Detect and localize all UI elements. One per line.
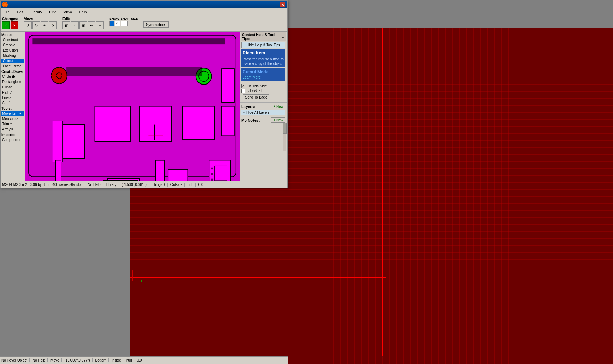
mode-face-editor[interactable]: Face Editor: [1, 64, 24, 68]
zoom-in-button[interactable]: ↻: [32, 21, 40, 29]
menu-bar: File Edit Library Grid View Help: [1, 8, 287, 15]
tool-ellipse[interactable]: Ellipse: [1, 85, 24, 89]
place-item-description: Press the mouse button to place a copy o…: [243, 57, 284, 66]
is-locked-row: Is Locked: [241, 89, 285, 93]
menu-file[interactable]: File: [2, 9, 11, 15]
scroll-up-icon[interactable]: ▲: [281, 35, 285, 39]
app-icon: T: [2, 2, 8, 7]
svg-rect-8: [32, 38, 225, 44]
symmetries-spacer: [143, 17, 169, 21]
view-section: View: ↺ ↻ + ⟳: [24, 17, 57, 29]
mode-masking[interactable]: Masking: [1, 53, 24, 58]
changes-label: Changes:: [2, 17, 18, 21]
confirm-button[interactable]: ✓: [2, 21, 10, 29]
new-note-button[interactable]: + New: [271, 117, 285, 123]
tool-measure[interactable]: Measure ╱: [1, 116, 24, 121]
bottom-mode: Move: [50, 358, 61, 362]
scrollbar-thumb[interactable]: [283, 123, 287, 134]
tools-section-title: Tools:: [1, 107, 24, 110]
zoom-out-button[interactable]: ↺: [24, 21, 32, 29]
canvas-area[interactable]: [25, 32, 240, 181]
layers-header: Layers: + New: [241, 103, 286, 109]
symmetries-button[interactable]: Symmetries: [143, 21, 169, 28]
cutout-mode-section: Cutout Mode Learn More: [241, 68, 285, 81]
tool-trim[interactable]: Trim ✂: [1, 122, 24, 126]
mode-cutout[interactable]: Cutout: [1, 59, 24, 63]
view-buttons: ↺ ↻ + ⟳: [24, 21, 57, 29]
path-icon: ╱: [10, 91, 12, 94]
scrollbar-right[interactable]: [283, 123, 286, 151]
edit-btn3[interactable]: ▣: [79, 21, 87, 29]
send-to-back-button[interactable]: Send To Back: [243, 94, 269, 100]
tool-circle[interactable]: Circle: [1, 74, 24, 79]
menu-library[interactable]: Library: [29, 9, 44, 15]
grid-snap-checkbox[interactable]: ✓: [115, 21, 120, 26]
layers-section: Layers: + New ▼ Hide All Layers: [240, 103, 287, 116]
cancel-button[interactable]: ✕: [11, 21, 18, 29]
fit-button[interactable]: +: [41, 21, 48, 29]
bottom-value: 0.0: [137, 358, 142, 362]
hide-tool-tips-button[interactable]: Hide Help & Tool Tips: [241, 42, 285, 48]
redo-button[interactable]: ↪: [96, 21, 104, 29]
title-bar-left: T: [2, 2, 9, 7]
close-button[interactable]: ✕: [280, 2, 285, 7]
tool-array[interactable]: Array ⊞: [1, 127, 24, 132]
layers-title: Layers:: [241, 105, 255, 109]
notes-header: My Notes: + New: [241, 117, 286, 123]
tool-move-item[interactable]: Move Item ⊕: [1, 111, 24, 116]
imports-section-title: Imports:: [1, 133, 24, 137]
tool-path[interactable]: Path ╱: [1, 90, 24, 95]
tool-line[interactable]: Line ╱: [1, 95, 24, 100]
arc-icon: ⌒: [8, 101, 11, 105]
title-bar: T ✕: [1, 1, 287, 8]
import-component[interactable]: Component: [1, 137, 24, 142]
axis-arrows: [130, 269, 144, 283]
changes-section: Changes: ✓ ✕: [2, 17, 18, 29]
menu-grid[interactable]: Grid: [48, 9, 58, 15]
new-layer-button[interactable]: + New: [271, 104, 285, 109]
tool-rectangle[interactable]: Rectangle ▭: [1, 80, 24, 84]
grid-size-label: SIZE: [131, 17, 138, 20]
on-this-side-label: On This Side: [247, 84, 267, 88]
notes-title: My Notes:: [241, 118, 260, 122]
bottom-null: null: [126, 358, 134, 362]
menu-edit[interactable]: Edit: [15, 9, 25, 15]
hide-all-layers-label: Hide All Layers: [246, 110, 270, 114]
mode-exclusion[interactable]: Exclusion: [1, 48, 24, 53]
svg-rect-37: [211, 168, 213, 169]
learn-more-link[interactable]: Learn More: [243, 75, 261, 79]
refresh-button[interactable]: ⟳: [49, 21, 57, 29]
status-help: No Help: [88, 183, 103, 187]
grid-size-input[interactable]: [121, 21, 128, 26]
checkboxes-area: ✓ On This Side Is Locked Send To Back: [240, 82, 287, 103]
mode-graphic[interactable]: Graphic: [1, 43, 24, 47]
grid-show-checkbox[interactable]: [109, 21, 114, 26]
app-window: T ✕ File Edit Library Grid View Help Cha…: [0, 0, 288, 188]
svg-rect-25: [52, 121, 63, 162]
menu-view[interactable]: View: [62, 9, 73, 15]
left-sidebar: Mode: Construct Graphic Exclusion Maskin…: [1, 32, 25, 181]
tool-arc[interactable]: Arc ⌒: [1, 101, 24, 105]
circle-dot-icon: [12, 75, 15, 78]
status-thing2d: Thing2D: [152, 183, 168, 187]
line-icon: ╱: [9, 96, 11, 99]
status-bar: MSO4-M2-3 m2 - 3.96 by 3 mm 400 series S…: [1, 181, 287, 188]
on-this-side-checkbox[interactable]: ✓: [241, 84, 245, 88]
svg-rect-35: [215, 166, 227, 181]
edit-btn1[interactable]: ◧: [62, 21, 70, 29]
is-locked-checkbox[interactable]: [241, 89, 245, 93]
svg-rect-33: [168, 169, 188, 181]
bottom-coords: (10.000°,9.877°): [65, 358, 93, 362]
mode-construct[interactable]: Construct: [1, 38, 24, 42]
undo-button[interactable]: ↩: [88, 21, 95, 29]
menu-help[interactable]: Help: [78, 9, 88, 15]
status-library: Library: [106, 183, 119, 187]
hide-all-layers-button[interactable]: ▼ Hide All Layers: [241, 110, 285, 115]
edit-btn2[interactable]: ▫: [71, 21, 79, 29]
bottom-hover: No Hover Object: [1, 358, 30, 362]
grid-buttons: ✓: [109, 21, 138, 26]
bottom-help: No Help: [33, 358, 48, 362]
trim-icon: ✂: [10, 122, 12, 126]
bottom-inside: Inside: [112, 358, 123, 362]
svg-rect-22: [222, 69, 234, 102]
